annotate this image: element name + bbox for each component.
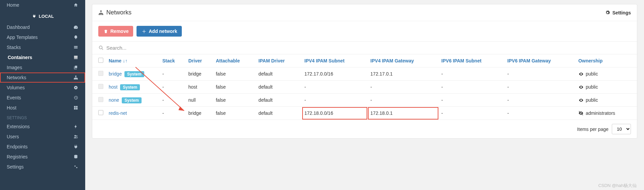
row-checkbox: [98, 71, 103, 76]
cell-ipv4-subnet: -: [302, 94, 368, 107]
cell-ipv4-gateway: -: [368, 94, 439, 107]
system-badge: System: [124, 71, 144, 77]
plus-icon: [141, 29, 147, 34]
cell-attachable: false: [213, 107, 256, 120]
sidebar-item-dashboard[interactable]: Dashboard: [0, 22, 85, 32]
sidebar-item-host[interactable]: Host: [0, 103, 85, 113]
sidebar-item-label: Events: [7, 95, 21, 100]
sidebar-item-users[interactable]: Users: [0, 132, 85, 142]
sidebar-item-volumes[interactable]: Volumes: [0, 83, 85, 93]
cell-attachable: false: [213, 94, 256, 107]
hdd-icon: [73, 85, 78, 90]
col-ipam-driver[interactable]: IPAM Driver: [256, 54, 302, 67]
svg-rect-11: [102, 14, 103, 15]
sidebar-item-containers[interactable]: Containers: [0, 52, 85, 62]
sidebar-item-extensions[interactable]: Extensions: [0, 122, 85, 132]
cell-driver: bridge: [185, 107, 213, 120]
sidebar-item-events[interactable]: Events: [0, 93, 85, 103]
search-row: [92, 42, 637, 54]
sidebar-item-endpoints[interactable]: Endpoints: [0, 142, 85, 152]
table-row: noneSystem - null false default - - - - …: [92, 94, 637, 107]
sidebar-item-label: Endpoints: [7, 144, 28, 149]
users-icon: [73, 134, 78, 139]
sidebar-item-label: Settings: [7, 164, 24, 170]
th-icon: [73, 105, 78, 110]
sidebar-item-label: Volumes: [7, 85, 25, 90]
nav-home[interactable]: Home: [0, 0, 85, 10]
sidebar-item-stacks[interactable]: Stacks: [0, 42, 85, 52]
col-ipv6-gateway[interactable]: IPV6 IPAM Gateway: [505, 54, 576, 67]
add-label: Add network: [149, 29, 177, 34]
sidebar-item-registries[interactable]: Registries: [0, 152, 85, 162]
network-name-link[interactable]: redis-net: [109, 110, 127, 116]
home-icon: [73, 2, 78, 8]
cell-ipv6-gateway: -: [505, 94, 576, 107]
eye-slash-icon: [578, 110, 584, 116]
sitemap-icon: [73, 75, 78, 80]
col-ipv6-subnet[interactable]: IPV6 IPAM Subnet: [439, 54, 505, 67]
panel-settings-button[interactable]: Settings: [605, 10, 631, 15]
tachometer-icon: [73, 25, 78, 30]
col-ipv4-gateway[interactable]: IPV4 IPAM Gateway: [368, 54, 439, 67]
svg-rect-9: [99, 14, 100, 15]
server-icon: [73, 55, 78, 60]
items-per-page-select[interactable]: 10: [612, 124, 631, 134]
cell-ipv6-subnet: -: [439, 81, 505, 94]
sidebar-item-label: Networks: [7, 75, 26, 80]
table-row: bridgeSystem - bridge false default 172.…: [92, 67, 637, 81]
cell-driver: host: [185, 81, 213, 94]
table-row: hostSystem - host false default - - - - …: [92, 81, 637, 94]
sidebar-item-images[interactable]: Images: [0, 62, 85, 73]
add-network-button[interactable]: Add network: [137, 26, 182, 37]
cell-ipv4-subnet: 172.18.0.0/16: [302, 107, 368, 120]
svg-point-7: [76, 167, 77, 169]
cell-ipam-driver: default: [256, 94, 302, 107]
search-input[interactable]: [106, 45, 631, 51]
select-all-header[interactable]: [92, 54, 106, 67]
rocket-icon: [73, 35, 78, 40]
nav-home-label: Home: [7, 2, 19, 8]
checkbox-icon[interactable]: [98, 58, 103, 63]
col-name[interactable]: Name ↓↑: [106, 54, 160, 67]
panel-title-text: Networks: [106, 9, 131, 16]
clone-icon: [73, 65, 78, 70]
sidebar-item-label: Containers: [8, 55, 32, 60]
col-ipv4-subnet[interactable]: IPV4 IPAM Subnet: [302, 54, 368, 67]
network-name-link[interactable]: none: [109, 97, 119, 103]
sidebar-item-app-templates[interactable]: App Templates: [0, 32, 85, 42]
eye-icon: [578, 84, 584, 90]
nav-section-settings: SETTINGS: [0, 113, 85, 122]
cell-ipv4-subnet: -: [302, 81, 368, 94]
system-badge: System: [122, 97, 142, 103]
remove-button[interactable]: Remove: [98, 26, 133, 37]
networks-table: Name ↓↑ Stack Driver Attachable IPAM Dri…: [92, 54, 637, 120]
items-per-page-label: Items per page: [577, 127, 608, 132]
database-icon: [73, 154, 78, 159]
col-ownership[interactable]: Ownership: [576, 54, 637, 67]
toolbar: Remove Add network: [92, 21, 637, 42]
network-name-link[interactable]: bridge: [109, 71, 122, 77]
sidebar-item-label: Stacks: [7, 45, 21, 50]
cogs-icon: [73, 164, 78, 170]
row-checkbox[interactable]: [98, 110, 103, 115]
col-attachable[interactable]: Attachable: [213, 54, 256, 67]
network-name-link[interactable]: host: [109, 84, 117, 90]
cell-driver: null: [185, 94, 213, 107]
cell-ipv4-gateway: 172.18.0.1: [368, 107, 439, 120]
eye-icon: [578, 97, 584, 103]
cell-ownership: public: [576, 81, 637, 94]
cell-stack: -: [160, 94, 185, 107]
cell-ipv6-gateway: -: [505, 81, 576, 94]
table-row: redis-net - bridge false default 172.18.…: [92, 107, 637, 120]
sidebar-item-label: Dashboard: [7, 25, 30, 30]
panel-settings-label: Settings: [612, 10, 631, 15]
sidebar-item-settings[interactable]: Settings: [0, 162, 85, 172]
col-driver[interactable]: Driver: [185, 54, 213, 67]
sidebar: Home LOCAL Dashboard App Templates Stack…: [0, 0, 85, 190]
svg-rect-8: [100, 10, 102, 11]
cell-ipam-driver: default: [256, 81, 302, 94]
row-checkbox: [98, 97, 103, 102]
sidebar-item-networks[interactable]: Networks: [0, 73, 85, 83]
cell-ipv6-subnet: -: [439, 107, 505, 120]
col-stack[interactable]: Stack: [160, 54, 185, 67]
